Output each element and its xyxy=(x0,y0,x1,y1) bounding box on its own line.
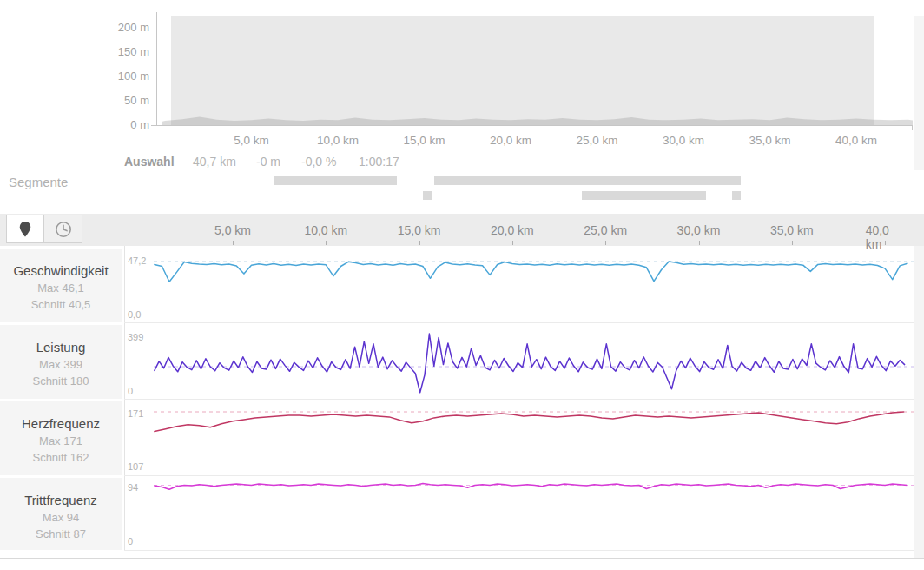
elevation-x-tick: 10,0 km xyxy=(317,134,359,147)
row-separator xyxy=(124,550,914,551)
charts-x-tick-mark xyxy=(605,241,606,245)
charts-x-tick-label: 5,0 km xyxy=(214,223,251,237)
charts-x-tick-mark xyxy=(699,241,700,245)
metric-line-leistung xyxy=(155,334,905,393)
metric-line-trittfrequenz xyxy=(155,483,908,489)
elevation-y-tick: 200 m xyxy=(97,20,149,33)
metric-cell-leistung[interactable]: Leistung Max 399 Schnitt 180 xyxy=(0,325,122,399)
elevation-y-tick: 0 m xyxy=(97,118,149,131)
clock-icon xyxy=(54,220,73,239)
bottom-divider xyxy=(0,558,924,559)
location-pin-icon xyxy=(18,221,32,238)
metric-cell-trittfrequenz[interactable]: Trittfrequenz Max 94 Schnitt 87 xyxy=(0,478,122,550)
elevation-x-axis xyxy=(151,125,913,126)
charts-x-tick-label: 35,0 km xyxy=(770,223,814,237)
metric-name: Trittfrequenz xyxy=(0,492,122,509)
metric-avg: Schnitt 162 xyxy=(0,449,122,466)
metric-line-herzfrequenz xyxy=(155,412,904,432)
segment-bar[interactable] xyxy=(434,176,741,185)
charts-x-tick-label: 10,0 km xyxy=(304,223,347,237)
charts-x-tick-mark xyxy=(792,241,793,245)
metric-avg: Schnitt 87 xyxy=(0,526,122,542)
scrollbar-track[interactable] xyxy=(914,16,924,170)
metric-name: Leistung xyxy=(0,339,122,356)
elevation-x-tick: 30,0 km xyxy=(663,134,704,147)
elevation-x-tick: 40,0 km xyxy=(835,134,877,147)
metric-cell-herzfrequenz[interactable]: Herzfrequenz Max 171 Schnitt 162 xyxy=(0,401,122,475)
charts-right-gutter xyxy=(914,246,924,558)
elevation-x-tick: 35,0 km xyxy=(749,134,790,147)
tab-time[interactable] xyxy=(44,215,82,243)
charts-x-tick-mark xyxy=(885,241,886,245)
metric-name: Herzfrequenz xyxy=(0,415,122,433)
charts-x-tick-label: 20,0 km xyxy=(491,223,534,237)
selection-time: 1:00:17 xyxy=(359,155,399,169)
metric-max: Max 46,1 xyxy=(0,280,122,296)
elevation-y-tick: 100 m xyxy=(97,69,149,82)
selection-region[interactable] xyxy=(171,16,874,126)
metric-max: Max 399 xyxy=(0,356,122,373)
segment-bar[interactable] xyxy=(423,191,432,200)
charts-x-tick-label: 25,0 km xyxy=(584,223,627,237)
elevation-x-tick: 20,0 km xyxy=(490,134,531,147)
segment-bar[interactable] xyxy=(582,191,706,200)
elevation-x-tick: 15,0 km xyxy=(403,134,445,147)
metric-max: Max 94 xyxy=(0,509,122,526)
elevation-x-tick: 5,0 km xyxy=(234,134,269,147)
elevation-y-axis xyxy=(156,12,157,126)
elevation-x-axis-end-tick xyxy=(912,125,913,130)
metric-charts-canvas[interactable] xyxy=(124,246,914,550)
elevation-y-tick: 150 m xyxy=(97,44,149,57)
charts-x-tick-mark xyxy=(326,241,327,245)
segment-bar[interactable] xyxy=(732,191,741,200)
charts-x-tick-mark xyxy=(512,241,513,245)
charts-x-tick-mark xyxy=(419,241,420,245)
selection-label: Auswahl xyxy=(124,155,175,169)
metric-line-geschwindigkeit xyxy=(155,262,908,282)
elevation-x-tick: 25,0 km xyxy=(576,134,617,147)
metric-max: Max 171 xyxy=(0,433,122,449)
elevation-y-tick: 50 m xyxy=(97,93,149,106)
metric-avg: Schnitt 180 xyxy=(0,373,122,389)
charts-x-tick-label: 15,0 km xyxy=(398,223,441,237)
activity-analysis-page: 200 m150 m100 m50 m0 m 5,0 km10,0 km15,0… xyxy=(0,0,924,570)
metric-name: Geschwindigkeit xyxy=(0,262,122,280)
tab-map[interactable] xyxy=(6,215,44,243)
selection-distance: 40,7 km xyxy=(193,155,236,169)
selection-elevation-gain: -0 m xyxy=(256,155,280,169)
chart-tab-strip: 5,0 km10,0 km15,0 km20,0 km25,0 km30,0 k… xyxy=(0,214,924,246)
metric-avg: Schnitt 40,5 xyxy=(0,296,122,313)
segments-label: Segmente xyxy=(9,175,68,189)
charts-x-tick-mark xyxy=(233,241,234,245)
metric-cell-geschwindigkeit[interactable]: Geschwindigkeit Max 46,1 Schnitt 40,5 xyxy=(0,249,122,322)
segment-bar[interactable] xyxy=(274,176,397,185)
charts-x-tick-label: 30,0 km xyxy=(677,223,721,237)
selection-grade: -0,0 % xyxy=(301,155,336,169)
